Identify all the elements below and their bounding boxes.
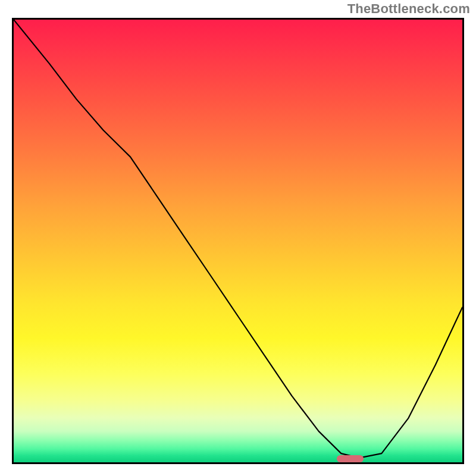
watermark-text: TheBottleneck.com — [347, 1, 470, 17]
plot-area — [12, 18, 464, 464]
chart-overlay — [14, 20, 462, 462]
optimal-marker — [337, 455, 364, 462]
bottleneck-curve — [14, 20, 462, 458]
chart-stage: TheBottleneck.com — [0, 0, 476, 476]
